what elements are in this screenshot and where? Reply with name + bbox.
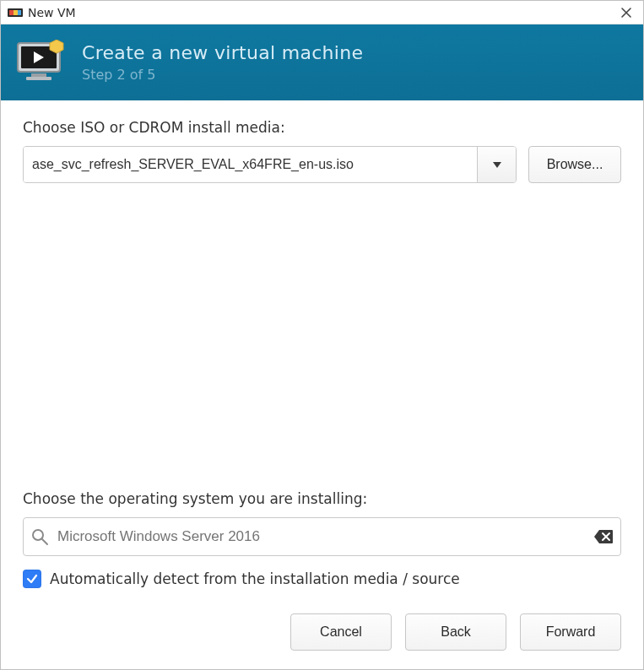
browse-button[interactable]: Browse... [528, 146, 621, 183]
wizard-banner: Create a new virtual machine Step 2 of 5 [1, 24, 643, 100]
check-icon [25, 572, 39, 586]
virt-manager-logon-icon [8, 7, 23, 19]
iso-path-dropdown-button[interactable] [477, 147, 516, 182]
forward-button[interactable]: Forward [520, 613, 621, 651]
wizard-content: Choose ISO or CDROM install media: Brows… [1, 100, 643, 602]
clear-search-button[interactable] [593, 528, 614, 545]
autodetect-label: Automatically detect from the installati… [50, 570, 460, 587]
svg-rect-3 [14, 10, 18, 15]
window-title: New VM [28, 6, 76, 19]
wizard-title: Create a new virtual machine [82, 42, 363, 63]
media-label: Choose ISO or CDROM install media: [23, 119, 621, 136]
svg-line-13 [42, 539, 47, 544]
wizard-titles: Create a new virtual machine Step 2 of 5 [82, 42, 363, 83]
autodetect-checkbox[interactable] [23, 570, 41, 588]
cancel-button[interactable]: Cancel [290, 613, 392, 651]
titlebar: New VM [1, 1, 643, 24]
svg-rect-9 [26, 77, 51, 80]
iso-path-combo[interactable] [23, 146, 517, 183]
search-icon [30, 527, 49, 546]
svg-marker-10 [50, 40, 63, 53]
svg-marker-11 [493, 162, 501, 168]
new-vm-dialog: New VM Create a new virtual machine Step… [0, 0, 644, 670]
wizard-step: Step 2 of 5 [82, 67, 363, 83]
wizard-footer: Cancel Back Forward [1, 602, 643, 669]
autodetect-row: Automatically detect from the installati… [23, 570, 621, 588]
svg-rect-8 [31, 73, 46, 77]
close-icon [620, 7, 632, 19]
os-label: Choose the operating system you are inst… [23, 490, 621, 507]
backspace-icon [593, 528, 614, 545]
chevron-down-icon [491, 159, 503, 170]
os-search-input[interactable] [56, 527, 587, 546]
back-button[interactable]: Back [405, 613, 506, 651]
media-row: Browse... [23, 146, 621, 183]
svg-rect-2 [9, 10, 14, 15]
new-vm-icon [16, 40, 67, 85]
os-search-field[interactable] [23, 517, 621, 556]
iso-path-input[interactable] [24, 147, 477, 182]
svg-point-12 [33, 530, 43, 540]
window-close-button[interactable] [616, 3, 636, 23]
svg-rect-4 [18, 10, 21, 15]
